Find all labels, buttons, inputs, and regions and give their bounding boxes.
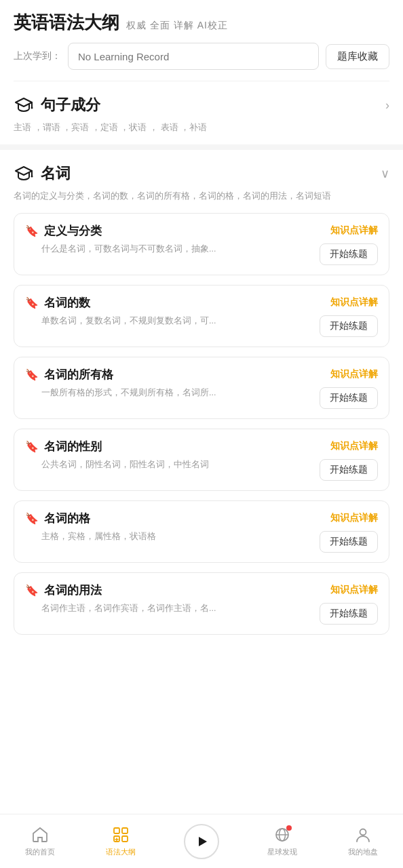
detail-button-noun-gender[interactable]: 知识点详解 (330, 439, 378, 454)
bottom-nav: 我的首页 语法大纲 (0, 814, 403, 868)
graduation-icon-noun (14, 163, 34, 184)
card-desc-noun-case: 主格，宾格，属性格，状语格 (41, 530, 310, 543)
last-learned-input[interactable] (68, 43, 319, 70)
last-learned-label: 上次学到： (14, 50, 61, 62)
card-title-noun-usage: 名词的用法 (44, 583, 102, 598)
detail-button-noun-possessive[interactable]: 知识点详解 (330, 367, 378, 382)
nav-item-home[interactable]: 我的首页 (20, 825, 60, 857)
category-header-sentence[interactable]: 句子成分 › (14, 81, 389, 121)
bookmark-icon-noun-gender[interactable]: 🔖 (25, 440, 39, 453)
profile-icon (353, 825, 372, 844)
detail-button-noun-definition[interactable]: 知识点详解 (330, 223, 378, 238)
page-title: 英语语法大纲 (14, 11, 119, 35)
nav-label-grammar: 语法大纲 (106, 847, 136, 857)
category-arrow-sentence[interactable]: › (385, 98, 389, 113)
category-desc-noun: 名词的定义与分类，名词的数，名词的所有格，名词的格，名词的用法，名词短语 (14, 189, 389, 213)
page-subtitle: 权威 全面 详解 AI校正 (126, 20, 228, 32)
card-noun-gender: 🔖 名词的性别 公共名词，阴性名词，阳性名词，中性名词 知识点详解 开始练题 (14, 429, 389, 491)
nav-item-profile[interactable]: 我的地盘 (343, 825, 383, 857)
svg-rect-2 (114, 828, 119, 833)
question-bank-button[interactable]: 题库收藏 (326, 44, 389, 69)
card-title-noun-definition: 定义与分类 (44, 223, 102, 239)
card-desc-noun-definition: 什么是名词，可数名词与不可数名词，抽象... (41, 243, 310, 256)
section-sentence: 句子成分 › 主语 ，谓语 ，宾语 ，定语 ，状语 ， 表语 ，补语 (0, 81, 403, 144)
card-title-row-noun-possessive: 🔖 名词的所有格 (25, 367, 310, 382)
practice-button-noun-case[interactable]: 开始练题 (320, 531, 378, 553)
card-left-noun-gender: 🔖 名词的性别 公共名词，阴性名词，阳性名词，中性名词 (25, 439, 310, 471)
nav-item-grammar[interactable]: 语法大纲 (100, 825, 141, 857)
discover-notification-dot (286, 825, 292, 831)
category-header-left-sentence: 句子成分 (14, 95, 100, 115)
graduation-icon-sentence (14, 95, 34, 115)
grammar-icon (111, 825, 130, 844)
nav-label-discover: 星球发现 (267, 847, 297, 857)
nav-item-discover[interactable]: 星球发现 (262, 825, 303, 857)
card-right-noun-number: 知识点详解 开始练题 (318, 295, 378, 337)
category-desc-sentence: 主语 ，谓语 ，宾语 ，定语 ，状语 ， 表语 ，补语 (14, 121, 389, 144)
nav-label-home: 我的首页 (25, 847, 55, 857)
bookmark-icon-noun-possessive[interactable]: 🔖 (25, 368, 39, 381)
practice-button-noun-possessive[interactable]: 开始练题 (320, 387, 378, 409)
category-title-noun: 名词 (41, 163, 71, 184)
card-title-row-noun-usage: 🔖 名词的用法 (25, 583, 310, 598)
card-noun-usage: 🔖 名词的用法 名词作主语，名词作宾语，名词作主语，名... 知识点详解 开始练… (14, 572, 389, 635)
card-title-row-noun-number: 🔖 名词的数 (25, 295, 310, 311)
detail-button-noun-case[interactable]: 知识点详解 (330, 511, 378, 526)
card-left-noun-case: 🔖 名词的格 主格，宾格，属性格，状语格 (25, 511, 310, 543)
card-right-noun-possessive: 知识点详解 开始练题 (318, 367, 378, 409)
nav-item-play[interactable] (181, 824, 222, 859)
svg-rect-3 (122, 828, 128, 833)
card-title-noun-gender: 名词的性别 (44, 439, 102, 454)
detail-button-noun-usage[interactable]: 知识点详解 (330, 583, 378, 597)
card-left-noun-usage: 🔖 名词的用法 名词作主语，名词作宾语，名词作主语，名... (25, 583, 310, 615)
card-title-noun-number: 名词的数 (44, 295, 90, 311)
section-divider-1 (0, 144, 403, 150)
home-icon (31, 825, 50, 844)
svg-point-0 (31, 107, 33, 109)
card-noun-number: 🔖 名词的数 单数名词，复数名词，不规则复数名词，可... 知识点详解 开始练题 (14, 285, 389, 347)
category-title-sentence: 句子成分 (41, 95, 100, 115)
detail-button-noun-number[interactable]: 知识点详解 (330, 295, 378, 310)
card-noun-possessive: 🔖 名词的所有格 一般所有格的形式，不规则所有格，名词所... 知识点详解 开始… (14, 357, 389, 419)
last-learned-row: 上次学到： 题库收藏 (0, 43, 403, 81)
practice-button-noun-number[interactable]: 开始练题 (320, 315, 378, 337)
card-title-row-noun-definition: 🔖 定义与分类 (25, 223, 310, 239)
svg-point-1 (31, 175, 33, 177)
page-header: 英语语法大纲 权威 全面 详解 AI校正 (0, 0, 403, 43)
card-title-noun-case: 名词的格 (44, 511, 90, 526)
category-arrow-noun[interactable]: ∨ (381, 166, 389, 181)
section-noun: 名词 ∨ 名词的定义与分类，名词的数，名词的所有格，名词的格，名词的用法，名词短… (0, 150, 403, 635)
card-right-noun-usage: 知识点详解 开始练题 (318, 583, 378, 625)
card-desc-noun-number: 单数名词，复数名词，不规则复数名词，可... (41, 315, 310, 328)
category-header-left-noun: 名词 (14, 163, 71, 184)
card-left-noun-definition: 🔖 定义与分类 什么是名词，可数名词与不可数名词，抽象... (25, 223, 310, 256)
play-button[interactable] (184, 824, 219, 859)
bookmark-icon-noun-usage[interactable]: 🔖 (25, 584, 39, 597)
nav-label-profile: 我的地盘 (348, 847, 378, 857)
card-desc-noun-possessive: 一般所有格的形式，不规则所有格，名词所... (41, 387, 310, 399)
card-right-noun-gender: 知识点详解 开始练题 (318, 439, 378, 481)
card-right-noun-definition: 知识点详解 开始练题 (318, 223, 378, 265)
svg-rect-5 (122, 836, 128, 842)
card-title-row-noun-case: 🔖 名词的格 (25, 511, 310, 526)
bookmark-icon-noun-number[interactable]: 🔖 (25, 296, 39, 309)
practice-button-noun-definition[interactable]: 开始练题 (320, 243, 378, 265)
discover-icon (273, 825, 292, 844)
card-left-noun-number: 🔖 名词的数 单数名词，复数名词，不规则复数名词，可... (25, 295, 310, 328)
practice-button-noun-usage[interactable]: 开始练题 (320, 603, 378, 625)
category-header-noun[interactable]: 名词 ∨ (14, 150, 389, 189)
card-noun-definition: 🔖 定义与分类 什么是名词，可数名词与不可数名词，抽象... 知识点详解 开始练… (14, 213, 389, 275)
card-noun-case: 🔖 名词的格 主格，宾格，属性格，状语格 知识点详解 开始练题 (14, 500, 389, 563)
bookmark-icon-noun-case[interactable]: 🔖 (25, 512, 39, 525)
bookmark-icon-noun-definition[interactable]: 🔖 (25, 224, 39, 237)
svg-point-12 (360, 829, 366, 835)
card-desc-noun-usage: 名词作主语，名词作宾语，名词作主语，名... (41, 602, 310, 615)
card-title-noun-possessive: 名词的所有格 (44, 367, 113, 382)
card-right-noun-case: 知识点详解 开始练题 (318, 511, 378, 553)
card-left-noun-possessive: 🔖 名词的所有格 一般所有格的形式，不规则所有格，名词所... (25, 367, 310, 399)
main-content: 英语语法大纲 权威 全面 详解 AI校正 上次学到： 题库收藏 句子成分 (0, 0, 403, 705)
card-desc-noun-gender: 公共名词，阴性名词，阳性名词，中性名词 (41, 458, 310, 471)
svg-marker-8 (199, 837, 207, 846)
practice-button-noun-gender[interactable]: 开始练题 (320, 459, 378, 481)
card-title-row-noun-gender: 🔖 名词的性别 (25, 439, 310, 454)
